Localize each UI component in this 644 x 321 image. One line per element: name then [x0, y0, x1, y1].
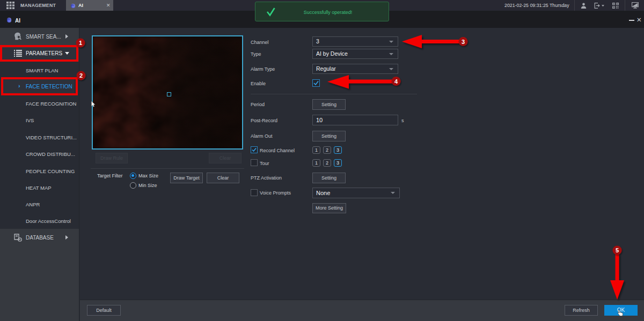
- svg-text:2: 2: [79, 72, 83, 79]
- svg-text:4: 4: [394, 78, 398, 85]
- svg-text:5: 5: [616, 247, 619, 253]
- svg-text:3: 3: [462, 39, 465, 45]
